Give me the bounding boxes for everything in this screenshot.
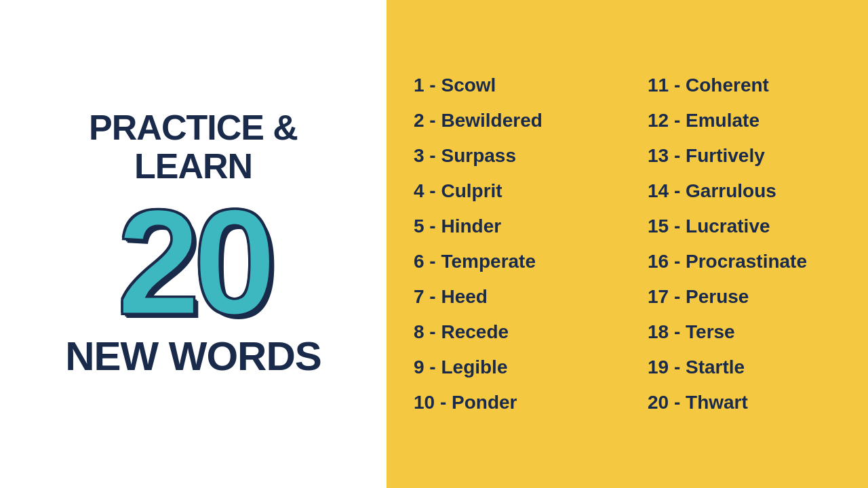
word-item: 8 - Recede: [400, 314, 620, 350]
left-panel: PRACTICE & LEARN 20 NEW WORDS: [0, 0, 387, 488]
word-item: 18 - Terse: [634, 314, 854, 350]
word-item: 17 - Peruse: [634, 279, 854, 314]
word-item: 11 - Coherent: [634, 68, 854, 103]
word-item: 12 - Emulate: [634, 103, 854, 138]
right-panel: 1 - Scowl2 - Bewildered3 - Surpass4 - Cu…: [387, 0, 868, 488]
word-item: 10 - Ponder: [400, 385, 620, 420]
right-column: 11 - Coherent12 - Emulate13 - Furtively1…: [634, 68, 854, 420]
word-item: 5 - Hinder: [400, 209, 620, 244]
word-item: 19 - Startle: [634, 350, 854, 385]
word-item: 15 - Lucrative: [634, 209, 854, 244]
word-item: 7 - Heed: [400, 279, 620, 314]
new-words-title: NEW WORDS: [65, 333, 321, 380]
word-item: 4 - Culprit: [400, 174, 620, 209]
left-column: 1 - Scowl2 - Bewildered3 - Surpass4 - Cu…: [400, 68, 620, 420]
word-item: 13 - Furtively: [634, 138, 854, 174]
words-grid: 1 - Scowl2 - Bewildered3 - Surpass4 - Cu…: [400, 68, 854, 420]
word-item: 3 - Surpass: [400, 138, 620, 174]
big-number: 20: [117, 199, 270, 326]
word-item: 14 - Garrulous: [634, 174, 854, 209]
practice-learn-title: PRACTICE & LEARN: [27, 108, 359, 186]
word-item: 16 - Procrastinate: [634, 244, 854, 279]
word-item: 1 - Scowl: [400, 68, 620, 103]
word-item: 6 - Temperate: [400, 244, 620, 279]
word-item: 9 - Legible: [400, 350, 620, 385]
word-item: 20 - Thwart: [634, 385, 854, 420]
word-item: 2 - Bewildered: [400, 103, 620, 138]
